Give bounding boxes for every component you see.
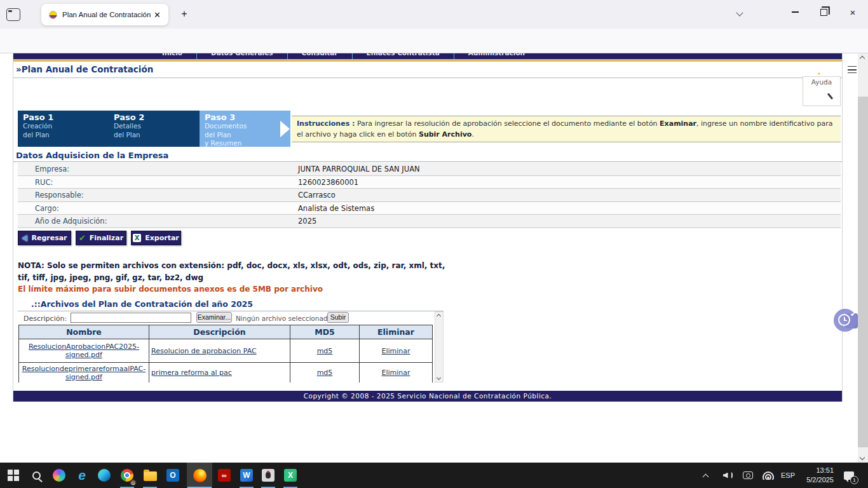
google-badge-icon: G <box>130 479 137 486</box>
taskbar-java-app[interactable] <box>257 463 279 488</box>
scroll-down-icon[interactable] <box>437 376 441 380</box>
table-row: Año de Adquisición:2025 <box>18 215 841 228</box>
files-heading: .::Archivos del Plan de Contratación del… <box>31 299 253 309</box>
search-icon <box>32 471 41 480</box>
check-icon: ✔ <box>79 233 86 243</box>
internet-explorer-icon: e <box>78 469 86 482</box>
tray-time: 13:51 <box>816 466 834 475</box>
file-name-link[interactable]: ResolucionAprobacionPAC2025-signed.pdf <box>29 342 139 359</box>
taskbar-word[interactable]: W <box>236 463 257 488</box>
tray-action-center[interactable]: 1 <box>837 463 860 488</box>
nav-item-inicio[interactable]: Inicio <box>148 53 196 59</box>
step-arrow-icon <box>280 121 290 137</box>
scrollbar-up-icon[interactable] <box>860 56 865 61</box>
tab-close-icon[interactable]: ✕ <box>151 9 163 21</box>
window-minimize-button[interactable] <box>781 0 809 24</box>
nav-item-datos-generales[interactable]: Datos Generales <box>197 53 287 59</box>
taskbar-chrome[interactable]: G <box>116 463 138 488</box>
taskbar-firefox-active[interactable] <box>187 463 212 488</box>
page-content: Inicio Datos Generales Consultar Enlaces… <box>13 53 843 402</box>
tray-meet-now[interactable] <box>740 463 756 488</box>
title-divider <box>13 78 842 78</box>
tray-clock[interactable]: 13:51 5/2/2025 <box>798 463 835 488</box>
tab-title: Plan Anual de Contratación <box>62 11 151 18</box>
step-3-active[interactable]: Paso 3 Documentos del Plan y Resumen <box>200 111 290 147</box>
files-table-header: Nombre Descripción MD5 Eliminar <box>19 325 433 339</box>
browser-tab[interactable]: Plan Anual de Contratación ✕ <box>41 4 168 25</box>
taskbar-edge[interactable] <box>93 463 115 488</box>
tray-language[interactable]: ESP <box>778 463 798 488</box>
taskbar-outlook[interactable]: O <box>162 463 184 488</box>
scroll-up-icon[interactable] <box>437 314 441 318</box>
screen-recorder-widget[interactable] <box>834 309 857 332</box>
files-panel: .::Archivos del Plan de Contratación del… <box>18 299 444 383</box>
taskbar-internet-explorer[interactable]: e <box>71 463 93 488</box>
file-row: ResolucionAprobacionPAC2025-signed.pdf R… <box>19 339 433 363</box>
tray-volume[interactable] <box>719 463 736 488</box>
scrollbar-down-icon[interactable] <box>860 455 865 460</box>
table-row: Empresa:JUNTA PARROQUIAL DE SAN JUAN <box>18 163 841 176</box>
company-divider <box>13 161 842 162</box>
site-nav-bar: Inicio Datos Generales Consultar Enlaces… <box>13 53 842 59</box>
new-tab-button[interactable]: + <box>177 8 192 22</box>
md5-link[interactable]: md5 <box>317 347 333 355</box>
md5-link[interactable]: md5 <box>317 369 333 377</box>
acrobat-icon: ∞ <box>218 469 231 482</box>
help-label: Ayuda <box>803 78 840 86</box>
taskbar-copilot[interactable] <box>48 463 70 488</box>
nav-item-enlaces[interactable]: Enlaces Contratista <box>353 53 454 59</box>
exportar-button[interactable]: Exportar <box>131 231 181 245</box>
step-2-title: Paso 2 <box>114 112 194 122</box>
browser-scrollbar[interactable] <box>858 53 868 463</box>
help-wand-icon <box>827 93 833 99</box>
browser-tab-bar: Plan Anual de Contratación ✕ + × <box>0 0 868 29</box>
nav-item-administracion[interactable]: Administración <box>454 53 539 59</box>
table-row: Responsable:CCarrasco <box>18 189 841 202</box>
back-arrow-icon <box>22 235 27 241</box>
description-input[interactable] <box>71 313 191 323</box>
list-tabs-chevron-icon[interactable] <box>736 9 743 16</box>
chevron-up-icon <box>702 473 709 480</box>
taskbar-file-explorer[interactable] <box>139 463 161 488</box>
step-2[interactable]: Paso 2 Detalles del Plan <box>109 111 200 147</box>
notification-badge: 1 <box>850 476 858 484</box>
delete-link[interactable]: Eliminar <box>381 347 410 355</box>
panel-scrollbar[interactable] <box>435 311 444 383</box>
regresar-button[interactable]: Regresar <box>18 231 71 245</box>
tray-network[interactable] <box>760 463 776 488</box>
finalizar-button[interactable]: ✔Finalizar <box>76 231 126 245</box>
nav-item-consultar[interactable]: Consultar <box>288 53 352 59</box>
browser-toolbar: ← → ↻ https://www.compraspublicas.gob.ec… <box>0 29 868 53</box>
word-icon: W <box>240 469 253 482</box>
upload-button[interactable]: Subir <box>327 312 349 323</box>
browse-button[interactable]: Examinar... <box>196 312 232 323</box>
files-table: Nombre Descripción MD5 Eliminar Resoluci… <box>18 325 433 383</box>
tray-show-hidden-icons[interactable] <box>698 463 713 488</box>
taskbar-acrobat[interactable]: ∞ <box>214 463 235 488</box>
start-button[interactable] <box>3 463 24 488</box>
step-1[interactable]: Paso 1 Creación del Plan <box>18 111 109 147</box>
file-name-link[interactable]: ResoluciondeprimerareformaalPAC-signed.p… <box>22 365 146 381</box>
window-close-button[interactable]: × <box>839 0 867 24</box>
window-restore-button[interactable] <box>810 0 837 24</box>
file-description-link[interactable]: primera reforma al pac <box>151 369 232 377</box>
file-row: ResoluciondeprimerareformaalPAC-signed.p… <box>19 363 433 383</box>
screen: Plan Anual de Contratación ✕ + × ← → ↻ h… <box>0 0 868 488</box>
copilot-icon <box>53 469 65 482</box>
taskbar: e G O ∞ W X ESP 13:51 5/2/2025 1 <box>0 463 868 488</box>
ecuador-favicon-icon <box>49 11 57 19</box>
wifi-icon <box>763 471 774 480</box>
scrollbar-thumb[interactable] <box>858 97 868 447</box>
table-row: Cargo:Analista de Sistemas <box>18 202 841 215</box>
firefox-view-icon[interactable] <box>6 8 20 21</box>
excel-icon <box>133 234 141 242</box>
delete-link[interactable]: Eliminar <box>381 369 410 377</box>
help-button[interactable]: Ayuda <box>803 76 841 106</box>
taskbar-search[interactable] <box>25 463 47 488</box>
instructions-label: Instrucciones : <box>297 119 355 128</box>
file-description-link[interactable]: Resolucion de aprobacion PAC <box>151 347 257 355</box>
step-3-title: Paso 3 <box>205 112 285 122</box>
excel-app-icon: X <box>284 469 297 482</box>
taskbar-excel[interactable]: X <box>280 463 301 488</box>
page-title: »Plan Anual de Contratación <box>16 64 153 74</box>
